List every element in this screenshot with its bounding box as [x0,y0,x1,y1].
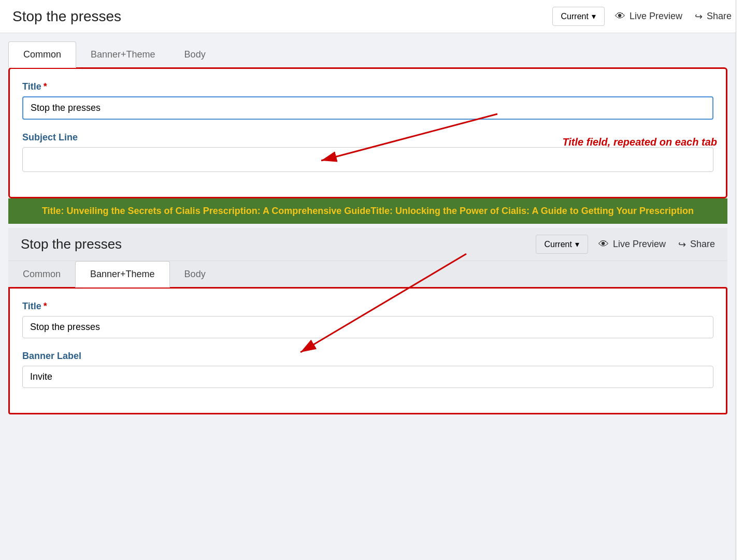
banner-label-field-group: Banner Label [22,351,713,388]
required-star-1: * [44,81,47,92]
tab-body-1-label: Body [184,49,206,60]
page-title: Stop the presses [12,8,542,25]
title-input-1[interactable] [22,96,713,120]
tab-common-2[interactable]: Common [8,261,75,287]
version-button-2[interactable]: Current ▾ [536,235,588,254]
share-icon: ↪ [695,11,703,22]
tab-common-2-label: Common [23,269,61,279]
title-field-group-1: Title * [22,81,713,120]
eye-icon: 👁 [615,10,625,22]
panel-2: Common Banner+Theme Body Title * [8,261,727,414]
tab-banner-theme-1[interactable]: Banner+Theme [76,41,170,67]
live-preview-label-2: Live Preview [613,239,666,250]
panel-1: Common Banner+Theme Body Title * [8,41,727,198]
share-button-2[interactable]: ↪ Share [678,239,715,250]
live-preview-label: Live Preview [629,11,682,22]
banner-label-label: Banner Label [22,351,713,362]
header-actions: 👁 Live Preview ↪ Share [615,10,732,22]
tabs-bar-1: Common Banner+Theme Body [8,41,727,67]
top-header: Stop the presses Current ▾ 👁 Live Previe… [0,0,744,33]
green-banner: Title: Unveiling the Secrets of Cialis P… [8,198,727,224]
tab-body-2-label: Body [184,269,206,279]
title-field-group-2: Title * [22,301,713,338]
required-star-2: * [44,301,47,312]
tab-banner-theme-2-label: Banner+Theme [90,269,155,279]
chevron-down-icon: ▾ [592,11,596,21]
version-label-2: Current [545,240,572,249]
tab-banner-theme-2[interactable]: Banner+Theme [75,261,170,288]
tab-body-2[interactable]: Body [170,261,220,287]
eye-icon-2: 👁 [598,238,609,250]
share-label: Share [707,11,732,22]
form-panel-2: Title * Banner Label [8,287,727,414]
second-header: Stop the presses Current ▾ 👁 Live Previe… [8,228,727,261]
form-panel-1: Title * Subject Line [8,67,727,198]
subject-line-input[interactable] [22,147,713,172]
tab-common-1-label: Common [23,49,61,60]
version-label: Current [561,12,589,21]
live-preview-button[interactable]: 👁 Live Preview [615,10,682,22]
tab-banner-theme-1-label: Banner+Theme [91,49,155,60]
tab-common-1[interactable]: Common [8,41,76,68]
title-label-1: Title * [22,81,713,92]
chevron-down-icon-2: ▾ [575,239,579,249]
banner-label-input[interactable] [22,366,713,388]
green-banner-text: Title: Unveiling the Secrets of Cialis P… [42,206,694,216]
share-button[interactable]: ↪ Share [695,11,732,22]
title-label-2: Title * [22,301,713,312]
tabs-bar-2: Common Banner+Theme Body [8,261,727,287]
share-icon-2: ↪ [678,239,686,250]
tab-body-1[interactable]: Body [170,41,220,67]
title-input-2[interactable] [22,316,713,338]
right-sidebar [736,0,744,560]
header-actions-2: 👁 Live Preview ↪ Share [598,238,715,250]
subject-line-field-group: Subject Line [22,132,713,172]
page-title-2: Stop the presses [21,236,525,252]
subject-line-label: Subject Line [22,132,713,143]
share-label-2: Share [690,239,715,250]
version-button[interactable]: Current ▾ [552,7,605,26]
live-preview-button-2[interactable]: 👁 Live Preview [598,238,666,250]
